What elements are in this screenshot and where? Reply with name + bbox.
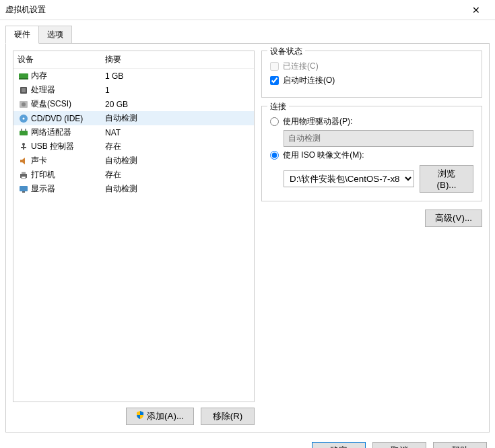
physical-drive-radio[interactable] — [270, 117, 279, 126]
device-name: 硬盘(SCSI) — [31, 98, 105, 110]
device-name: CD/DVD (IDE) — [31, 114, 105, 123]
browse-button[interactable]: 浏览(B)... — [420, 165, 473, 193]
device-summary: 1 GB — [105, 71, 123, 81]
hardware-row[interactable]: 处理器1 — [13, 83, 254, 97]
tab-content: 设备 摘要 内存1 GB处理器1硬盘(SCSI)20 GBCD/DVD (IDE… — [5, 43, 490, 433]
cancel-button[interactable]: 取消 — [372, 442, 426, 448]
shield-icon — [136, 411, 144, 419]
window-title: 虚拟机设置 — [5, 4, 463, 15]
tab-hardware[interactable]: 硬件 — [5, 26, 39, 44]
device-name: 打印机 — [31, 169, 105, 181]
hardware-row[interactable]: USB 控制器存在 — [13, 139, 254, 154]
title-bar: 虚拟机设置 ✕ — [0, 0, 495, 20]
device-name: 显示器 — [31, 183, 105, 195]
svg-rect-8 — [20, 131, 28, 135]
hardware-row[interactable]: 声卡自动检测 — [13, 154, 254, 168]
advanced-row: 高级(V)... — [261, 210, 482, 227]
device-name: 处理器 — [31, 84, 105, 96]
hardware-header: 设备 摘要 — [13, 51, 254, 69]
cd-icon — [18, 113, 30, 124]
device-name: 声卡 — [31, 155, 105, 166]
hardware-row[interactable]: 网络适配器NAT — [13, 125, 254, 139]
iso-path-combo[interactable]: D:\软件安装包\CentOS-7-x8 — [284, 170, 414, 187]
use-iso-radio[interactable] — [270, 151, 279, 160]
connect-on-start-label: 启动时连接(O) — [283, 75, 335, 86]
hardware-row[interactable]: 打印机存在 — [13, 168, 254, 182]
dialog-buttons: 确定 取消 帮助 — [0, 438, 495, 448]
device-summary: NAT — [105, 128, 121, 137]
svg-rect-9 — [21, 129, 22, 131]
physical-drive-combo: 自动检测 — [284, 130, 473, 147]
connected-checkbox-row: 已连接(C) — [270, 61, 473, 72]
col-device: 设备 — [18, 54, 105, 65]
cpu-icon — [18, 85, 30, 96]
svg-rect-0 — [19, 73, 28, 78]
add-button-label: 添加(A)... — [147, 411, 184, 421]
remove-button[interactable]: 移除(R) — [201, 408, 255, 425]
display-icon — [18, 184, 30, 195]
col-summary: 摘要 — [105, 54, 121, 65]
svg-rect-1 — [19, 78, 28, 79]
right-panel: 设备状态 已连接(C) 启动时连接(O) 连接 使用物理驱动器(P): 自动检测… — [261, 51, 482, 425]
physical-drive-label: 使用物理驱动器(P): — [283, 116, 352, 127]
hardware-row[interactable]: CD/DVD (IDE)自动检测 — [13, 111, 254, 125]
ok-button[interactable]: 确定 — [312, 442, 366, 448]
printer-icon — [18, 170, 30, 181]
tabs: 硬件 选项 — [5, 26, 495, 44]
svg-rect-16 — [22, 177, 26, 179]
physical-drive-row[interactable]: 使用物理驱动器(P): — [270, 116, 473, 127]
device-name: USB 控制器 — [31, 141, 105, 152]
tab-options[interactable]: 选项 — [38, 26, 72, 44]
device-status-group: 设备状态 已连接(C) 启动时连接(O) — [261, 51, 482, 98]
help-button[interactable]: 帮助 — [433, 442, 487, 448]
svg-rect-18 — [22, 191, 25, 193]
device-summary: 20 GB — [105, 100, 128, 109]
svg-rect-13 — [21, 147, 26, 148]
device-name: 内存 — [31, 70, 105, 82]
connect-on-start-checkbox[interactable] — [270, 76, 279, 85]
device-summary: 自动检测 — [105, 183, 137, 195]
connection-group: 连接 使用物理驱动器(P): 自动检测 使用 ISO 映像文件(M): D:\软… — [261, 106, 482, 201]
left-panel: 设备 摘要 内存1 GB处理器1硬盘(SCSI)20 GBCD/DVD (IDE… — [13, 51, 255, 425]
svg-point-5 — [22, 102, 26, 106]
svg-point-7 — [23, 117, 25, 119]
disk-icon — [18, 99, 30, 110]
svg-rect-17 — [20, 186, 28, 191]
connected-checkbox — [270, 62, 279, 71]
device-status-legend: 设备状态 — [267, 46, 305, 57]
hardware-buttons: 添加(A)... 移除(R) — [13, 408, 255, 425]
iso-row: D:\软件安装包\CentOS-7-x8 浏览(B)... — [284, 165, 473, 193]
use-iso-row[interactable]: 使用 ISO 映像文件(M): — [270, 150, 473, 161]
hardware-list: 设备 摘要 内存1 GB处理器1硬盘(SCSI)20 GBCD/DVD (IDE… — [13, 51, 255, 402]
hardware-row[interactable]: 内存1 GB — [13, 69, 254, 83]
svg-rect-3 — [22, 88, 26, 92]
device-name: 网络适配器 — [31, 127, 105, 138]
device-summary: 1 — [105, 86, 110, 95]
net-icon — [18, 127, 30, 138]
device-summary: 存在 — [105, 141, 121, 152]
usb-icon — [18, 141, 30, 152]
use-iso-label: 使用 ISO 映像文件(M): — [283, 150, 364, 161]
sound-icon — [18, 156, 30, 166]
device-summary: 存在 — [105, 169, 121, 181]
device-summary: 自动检测 — [105, 113, 137, 124]
close-icon[interactable]: ✕ — [463, 5, 490, 15]
svg-rect-10 — [25, 129, 26, 131]
connect-on-start-row[interactable]: 启动时连接(O) — [270, 75, 473, 86]
connection-legend: 连接 — [267, 101, 289, 113]
memory-icon — [18, 71, 30, 82]
connected-label: 已连接(C) — [283, 61, 319, 72]
hardware-row[interactable]: 显示器自动检测 — [13, 182, 254, 196]
add-button[interactable]: 添加(A)... — [126, 408, 194, 425]
device-summary: 自动检测 — [105, 155, 137, 166]
svg-rect-15 — [22, 172, 26, 174]
hardware-row[interactable]: 硬盘(SCSI)20 GB — [13, 97, 254, 111]
advanced-button[interactable]: 高级(V)... — [425, 210, 482, 227]
